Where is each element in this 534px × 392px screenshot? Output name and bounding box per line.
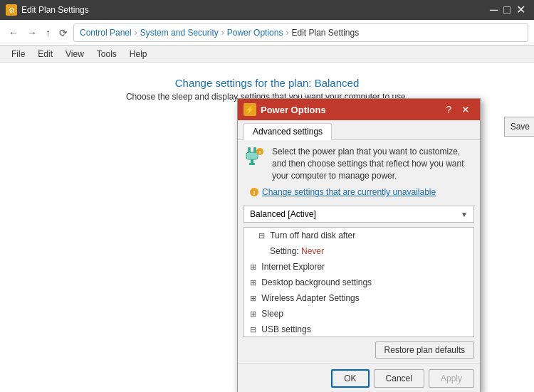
tree-label-ie: Internet Explorer [261, 262, 325, 272]
shield-link-icon: ! [249, 187, 259, 197]
title-bar: ⚙ Edit Plan Settings ─ □ ✕ [0, 0, 534, 20]
ok-button[interactable]: OK [331, 369, 369, 388]
menu-view[interactable]: View [60, 48, 90, 60]
plan-dropdown[interactable]: Balanced [Active] ▼ [244, 206, 474, 223]
svg-rect-2 [246, 152, 258, 159]
refresh-button[interactable]: ⟳ [56, 26, 70, 40]
svg-text:!: ! [259, 149, 261, 156]
dialog-window-icon: ⚡ [244, 103, 256, 116]
plan-dropdown-value: Balanced [Active] [250, 209, 316, 219]
tree-label-sleep: Sleep [261, 309, 283, 319]
breadcrumb-sep-1: › [135, 28, 137, 38]
dialog-footer: OK Cancel Apply [238, 363, 480, 392]
power-plug-icon: ! [244, 146, 266, 169]
restore-area: Restore plan defaults [244, 341, 474, 359]
cancel-button[interactable]: Cancel [374, 369, 424, 388]
tree-item-hard-disk[interactable]: ⊟ Turn off hard disk after [244, 228, 473, 243]
close-button[interactable]: ✕ [513, 3, 528, 17]
menu-bar: File Edit View Tools Help [0, 46, 534, 63]
breadcrumb-current: Edit Plan Settings [291, 28, 359, 38]
menu-tools[interactable]: Tools [91, 48, 122, 60]
expand-icon-ie: ⊞ [250, 263, 256, 271]
breadcrumb: Control Panel › System and Security › Po… [73, 23, 528, 42]
menu-edit[interactable]: Edit [32, 48, 58, 60]
tree-label-hard-disk-setting: Setting: [270, 246, 301, 256]
forward-button[interactable]: → [24, 26, 40, 40]
dialog-overlay: ⚡ Power Options ? ✕ Advanced settings [0, 63, 534, 392]
dialog-tabs: Advanced settings [238, 120, 480, 140]
tree-item-ie[interactable]: ⊞ Internet Explorer [244, 259, 473, 275]
back-button[interactable]: ← [6, 26, 21, 40]
dialog-close-button[interactable]: ✕ [457, 102, 474, 117]
breadcrumb-system-security[interactable]: System and Security [140, 28, 219, 38]
dialog-help-button[interactable]: ? [441, 102, 456, 117]
tab-advanced-settings[interactable]: Advanced settings [244, 123, 332, 140]
expand-icon-hard-disk: ⊟ [258, 231, 265, 240]
main-content: Change settings for the plan: Balanced C… [0, 63, 534, 392]
address-bar: ← → ↑ ⟳ Control Panel › System and Secur… [0, 20, 534, 46]
breadcrumb-sep-2: › [221, 28, 224, 38]
expand-icon-wireless: ⊞ [250, 294, 256, 302]
window-title: Edit Plan Settings [21, 5, 89, 15]
menu-help[interactable]: Help [124, 48, 153, 60]
apply-button[interactable]: Apply [429, 369, 474, 388]
dialog-info-row: ! Select the power plan that you want to… [244, 146, 474, 181]
dialog-info-text: Select the power plan that you want to c… [272, 146, 474, 181]
tree-label-hard-disk: Turn off hard disk after [270, 231, 355, 240]
breadcrumb-sep-3: › [286, 28, 288, 38]
tree-label-wireless: Wireless Adapter Settings [261, 293, 359, 303]
tree-item-desktop-bg[interactable]: ⊞ Desktop background settings [244, 275, 473, 290]
expand-icon-desktop-bg: ⊞ [250, 278, 256, 287]
power-options-dialog: ⚡ Power Options ? ✕ Advanced settings [237, 98, 481, 392]
change-settings-link-text: Change settings that are currently unava… [262, 187, 436, 197]
tree-item-usb[interactable]: ⊟ USB settings [244, 322, 473, 337]
tree-item-sleep[interactable]: ⊞ Sleep [244, 306, 473, 322]
breadcrumb-control-panel[interactable]: Control Panel [80, 28, 132, 38]
tree-label-usb: USB settings [261, 324, 310, 334]
tree-item-wireless[interactable]: ⊞ Wireless Adapter Settings [244, 290, 473, 306]
dialog-titlebar: ⚡ Power Options ? ✕ [238, 99, 480, 120]
dialog-title: Power Options [261, 105, 440, 115]
breadcrumb-power-options[interactable]: Power Options [227, 28, 283, 38]
change-settings-link[interactable]: ! Change settings that are currently una… [249, 187, 474, 197]
up-button[interactable]: ↑ [43, 26, 53, 40]
svg-rect-4 [249, 163, 255, 165]
svg-text:!: ! [253, 189, 256, 196]
dialog-info-section: ! Select the power plan that you want to… [238, 140, 480, 206]
restore-defaults-button[interactable]: Restore plan defaults [375, 341, 474, 359]
maximize-button[interactable]: □ [501, 3, 513, 17]
expand-icon-usb: ⊟ [250, 325, 256, 334]
dropdown-arrow-icon: ▼ [461, 211, 468, 218]
settings-tree[interactable]: ⊟ Turn off hard disk after Setting: Neve… [244, 227, 474, 337]
tree-label-desktop-bg: Desktop background settings [261, 277, 372, 287]
tree-item-hard-disk-setting[interactable]: Setting: Never [244, 243, 473, 259]
tree-value-hard-disk: Never [301, 246, 324, 256]
minimize-button[interactable]: ─ [487, 3, 501, 17]
window-icon: ⚙ [6, 4, 17, 16]
menu-file[interactable]: File [6, 48, 31, 60]
expand-icon-sleep: ⊞ [250, 309, 256, 318]
